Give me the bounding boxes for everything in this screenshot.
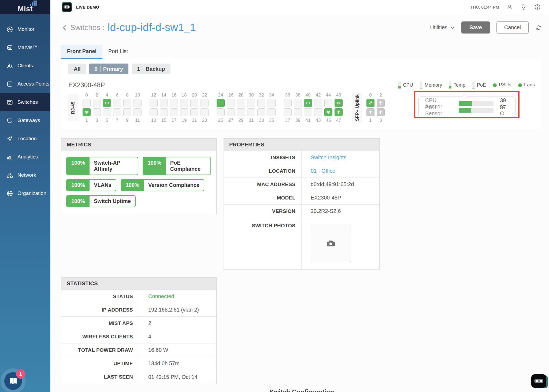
port-43[interactable] xyxy=(314,108,322,116)
back-chevron-icon[interactable] xyxy=(61,23,68,32)
filter-primary[interactable]: 0Primary xyxy=(89,64,129,74)
legend-cpu[interactable]: CPU xyxy=(398,82,413,88)
metric-version-compliance[interactable]: 100%Version Compliance xyxy=(121,179,204,191)
port-41[interactable] xyxy=(304,108,312,116)
port-29[interactable] xyxy=(237,108,245,116)
port-20[interactable] xyxy=(190,99,198,107)
port-0[interactable] xyxy=(83,99,91,107)
metric-vlans[interactable]: 100%VLANs xyxy=(66,179,116,191)
filter-backup[interactable]: 1Backup xyxy=(132,64,170,74)
port-45[interactable] xyxy=(324,108,332,116)
gateways-icon xyxy=(6,117,13,124)
port-5[interactable] xyxy=(103,108,111,116)
port-3[interactable] xyxy=(93,108,101,116)
port-46[interactable] xyxy=(335,99,343,107)
tab-front-panel[interactable]: Front Panel xyxy=(61,45,102,59)
port-15[interactable] xyxy=(160,108,168,116)
port-22[interactable] xyxy=(201,99,209,107)
port-32[interactable] xyxy=(257,99,265,107)
whats-new-bulb-icon[interactable] xyxy=(520,3,527,10)
properties-value[interactable]: Switch Insights xyxy=(302,151,346,164)
port-39[interactable] xyxy=(294,108,302,116)
port-34[interactable] xyxy=(268,99,276,107)
tab-port-list[interactable]: Port List xyxy=(102,45,134,59)
port-2[interactable] xyxy=(93,99,101,107)
port-17[interactable] xyxy=(170,108,178,116)
properties-value[interactable]: 01 - Office xyxy=(302,164,335,177)
sidebar-item-network[interactable]: Network xyxy=(0,166,50,184)
port-14[interactable] xyxy=(160,99,168,107)
resources-book-button[interactable]: 1 xyxy=(4,372,22,390)
port-36[interactable] xyxy=(284,99,292,107)
port-18[interactable] xyxy=(180,99,188,107)
refresh-icon[interactable] xyxy=(535,24,542,31)
add-switch-photo-box[interactable] xyxy=(311,224,351,262)
legend-memory[interactable]: Memory xyxy=(420,82,442,88)
port-38[interactable] xyxy=(294,99,302,107)
metric-poe-compliance[interactable]: 100%PoE Compliance xyxy=(143,157,211,175)
legend-temp[interactable]: Temp xyxy=(449,82,465,88)
sidebar-item-organization[interactable]: Organization xyxy=(0,184,50,202)
utilities-dropdown[interactable]: Utilities xyxy=(430,24,455,31)
port-27[interactable] xyxy=(227,108,235,116)
port-31[interactable] xyxy=(247,108,255,116)
port-number: 36 xyxy=(285,93,290,98)
wifi-icon xyxy=(325,109,331,115)
switches-icon xyxy=(6,98,13,106)
filter-all[interactable]: All xyxy=(68,64,86,74)
port-19[interactable] xyxy=(180,108,188,116)
sidebar-item-gateways[interactable]: Gateways xyxy=(0,111,50,130)
metric-switch-uptime[interactable]: 100%Switch Uptime xyxy=(66,195,136,207)
sidebar-item-analytics[interactable]: Analytics xyxy=(0,148,50,166)
port-42[interactable] xyxy=(314,99,322,107)
legend-psus[interactable]: PSUs xyxy=(493,82,511,88)
port-16[interactable] xyxy=(170,99,178,107)
sidebar-item-switches[interactable]: Switches xyxy=(0,93,50,111)
port-2[interactable] xyxy=(377,99,385,107)
sidebar-item-clients[interactable]: Clients xyxy=(0,57,50,75)
port-21[interactable] xyxy=(190,108,198,116)
port-12[interactable] xyxy=(150,99,158,107)
port-9[interactable] xyxy=(123,108,131,116)
help-icon[interactable] xyxy=(534,3,541,10)
metric-switch-ap-affinity[interactable]: 100%Switch-AP Affinity xyxy=(66,157,138,175)
port-4[interactable] xyxy=(103,99,111,107)
port-3[interactable] xyxy=(377,108,385,116)
breadcrumb[interactable]: Switches : xyxy=(70,23,105,32)
port-40[interactable] xyxy=(304,99,312,107)
sidebar-item-monitor[interactable]: Monitor xyxy=(0,20,50,38)
port-13[interactable] xyxy=(150,108,158,116)
port-35[interactable] xyxy=(268,108,276,116)
port-10[interactable] xyxy=(133,99,142,107)
port-1[interactable] xyxy=(366,108,374,116)
port-28[interactable] xyxy=(237,99,245,107)
user-account-icon[interactable] xyxy=(506,3,513,10)
org-switcher[interactable]: LIVE DEMO xyxy=(62,2,99,12)
port-8[interactable] xyxy=(123,99,131,107)
port-24[interactable] xyxy=(217,99,225,107)
sidebar-item-access-points[interactable]: Access Points xyxy=(0,75,50,93)
port-0[interactable] xyxy=(366,99,374,107)
port-47[interactable] xyxy=(335,108,343,116)
marvis-assistant-button[interactable] xyxy=(531,374,548,388)
port-6[interactable] xyxy=(113,99,121,107)
port-44[interactable] xyxy=(324,99,332,107)
port-7[interactable] xyxy=(113,108,121,116)
port-23[interactable] xyxy=(201,108,209,116)
port-25[interactable] xyxy=(217,108,225,116)
port-1[interactable] xyxy=(83,108,91,116)
port-33[interactable] xyxy=(257,108,265,116)
legend-fans[interactable]: Fans xyxy=(518,82,535,88)
sidebar-item-marvis[interactable]: Marvis™ xyxy=(0,38,50,57)
save-button[interactable]: Save xyxy=(461,21,490,34)
legend-poe[interactable]: PoE xyxy=(472,82,486,88)
port-number: 10 xyxy=(135,93,140,98)
port-30[interactable] xyxy=(247,99,255,107)
port-37[interactable] xyxy=(284,108,292,116)
port-26[interactable] xyxy=(227,99,235,107)
sidebar-item-location[interactable]: Location xyxy=(0,130,50,148)
cancel-button[interactable]: Cancel xyxy=(496,21,529,34)
port-11[interactable] xyxy=(133,108,142,116)
rj45-column-30-31: 3031 xyxy=(247,93,255,123)
clients-icon xyxy=(6,62,13,69)
